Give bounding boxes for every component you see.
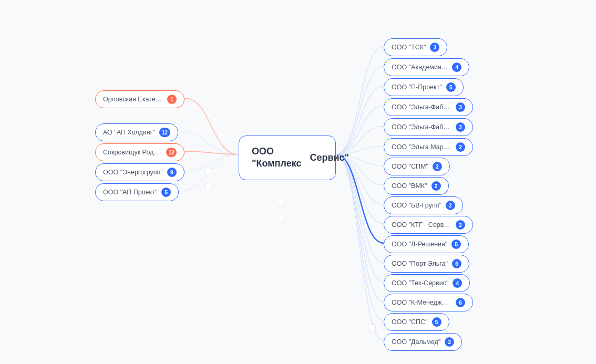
- node-label: ООО "ТСК": [392, 44, 426, 51]
- node-badge: 2: [456, 220, 465, 230]
- right-node[interactable]: ООО "ТСК"3: [384, 38, 447, 56]
- node-badge: 3: [456, 102, 465, 112]
- node-badge: 5: [446, 82, 456, 92]
- right-node[interactable]: ООО "КТГ - Сервис"2: [384, 216, 473, 234]
- node-label: ООО "Эльга-Фабрики 2": [392, 103, 451, 111]
- node-label: ООО "КТГ - Сервис": [392, 221, 451, 228]
- node-badge: 4: [453, 278, 462, 288]
- node-badge: 5: [161, 188, 171, 197]
- right-node[interactable]: ООО "СПМ"2: [384, 158, 450, 175]
- center-label-line1: ООО "Комплекс: [252, 145, 301, 170]
- node-label: ООО "БВ-Групп": [392, 202, 441, 209]
- right-node[interactable]: ООО "К-Менеджмент"6: [384, 294, 473, 311]
- node-label: ООО "Л-Решения": [392, 241, 447, 248]
- center-label-line2: Сервис": [310, 152, 349, 164]
- node-badge: 12: [166, 148, 177, 157]
- node-badge: 2: [431, 181, 441, 191]
- node-badge: 2: [445, 337, 454, 347]
- node-badge: 12: [159, 128, 170, 137]
- node-label: ООО "Порт Эльга": [392, 260, 448, 267]
- node-label: ООО "АП Проект": [103, 189, 157, 196]
- path-junction-icon: [368, 324, 376, 331]
- node-badge: 5: [451, 240, 461, 249]
- path-junction-icon: [204, 168, 212, 175]
- node-label: ООО "СПМ": [392, 163, 428, 170]
- diagram-canvas[interactable]: ООО "КомплексСервис" Орловская Екатерина…: [0, 0, 596, 364]
- left-node[interactable]: Сокровищук Родион…12: [95, 143, 184, 161]
- node-badge: 4: [452, 63, 461, 72]
- node-label: ООО "К-Менеджмент": [392, 299, 451, 306]
- right-node[interactable]: ООО "Эльга-Фабрики 2"3: [384, 98, 473, 116]
- left-node[interactable]: Орловская Екатерина…1: [95, 90, 184, 108]
- node-badge: 2: [446, 201, 455, 210]
- node-badge: 2: [456, 142, 465, 152]
- path-junction-icon: [277, 198, 284, 205]
- node-label: ООО "Дальмед": [392, 338, 440, 346]
- path-junction-icon: [204, 183, 212, 190]
- right-node[interactable]: ООО "Порт Эльга"6: [384, 255, 469, 273]
- node-label: Сокровищук Родион…: [103, 149, 162, 156]
- left-node[interactable]: АО "АП Холдинг"12: [95, 123, 178, 141]
- node-label: Орловская Екатерина…: [103, 96, 163, 103]
- node-label: ООО "Эльга-Фабрики 3": [392, 123, 451, 131]
- node-badge: 6: [452, 259, 461, 268]
- node-label: ООО "Тех-Сервис": [392, 279, 448, 287]
- center-node[interactable]: ООО "КомплексСервис": [239, 136, 336, 180]
- node-badge: 2: [433, 162, 442, 171]
- path-junction-icon: [277, 214, 284, 221]
- node-badge: 6: [456, 298, 465, 307]
- right-node[interactable]: ООО "Эльга-Фабрики 3"3: [384, 118, 473, 136]
- node-badge: 1: [167, 95, 177, 104]
- right-node[interactable]: ООО "Академия…4: [384, 58, 469, 76]
- right-node[interactable]: ООО "Л-Решения"5: [384, 235, 469, 253]
- right-node[interactable]: ООО "СПС"5: [384, 313, 449, 331]
- right-node[interactable]: ООО "П-Проект"5: [384, 78, 464, 96]
- left-node[interactable]: ООО "Энергогрупп"9: [95, 163, 184, 181]
- right-node[interactable]: ООО "Дальмед"2: [384, 333, 462, 351]
- node-label: АО "АП Холдинг": [103, 129, 155, 136]
- node-label: ООО "ВМК": [392, 182, 427, 190]
- edges-layer: [0, 0, 596, 364]
- node-label: ООО "П-Проект": [392, 84, 442, 91]
- node-label: ООО "Энергогрупп": [103, 169, 163, 176]
- right-node[interactable]: ООО "ВМК"2: [384, 177, 449, 195]
- node-badge: 9: [167, 168, 177, 177]
- node-label: ООО "Эльга Марин": [392, 143, 451, 151]
- node-badge: 3: [456, 122, 465, 132]
- node-badge: 3: [430, 43, 439, 52]
- right-node[interactable]: ООО "Тех-Сервис"4: [384, 274, 470, 292]
- node-label: ООО "СПС": [392, 318, 428, 326]
- left-node[interactable]: ООО "АП Проект"5: [95, 183, 179, 201]
- node-label: ООО "Академия…: [392, 64, 448, 71]
- node-badge: 5: [432, 317, 441, 327]
- right-node[interactable]: ООО "БВ-Групп"2: [384, 196, 463, 214]
- right-node[interactable]: ООО "Эльга Марин"2: [384, 138, 473, 156]
